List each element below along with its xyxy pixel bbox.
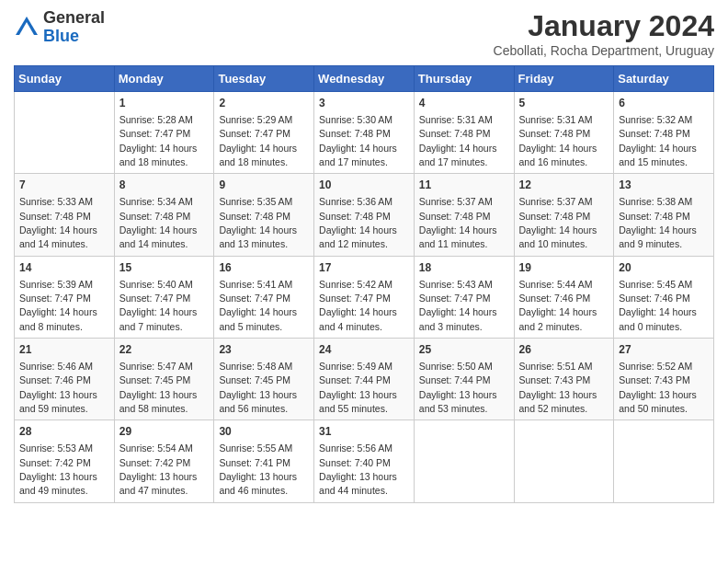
day-info: Sunrise: 5:29 AM Sunset: 7:47 PM Dayligh… [219, 114, 297, 167]
day-info: Sunrise: 5:37 AM Sunset: 7:48 PM Dayligh… [419, 196, 497, 249]
day-number: 16 [219, 260, 309, 276]
day-info: Sunrise: 5:33 AM Sunset: 7:48 PM Dayligh… [19, 196, 97, 249]
calendar-cell [15, 92, 115, 174]
day-number: 14 [19, 260, 109, 276]
calendar-cell: 25Sunrise: 5:50 AM Sunset: 7:44 PM Dayli… [414, 339, 514, 420]
calendar-table: SundayMondayTuesdayWednesdayThursdayFrid… [14, 65, 714, 503]
calendar-title: January 2024 [494, 9, 714, 43]
header: General Blue January 2024 Cebollati, Roc… [14, 9, 714, 58]
calendar-cell: 20Sunrise: 5:45 AM Sunset: 7:46 PM Dayli… [614, 256, 714, 338]
day-number: 24 [319, 342, 409, 358]
day-number: 18 [419, 260, 509, 276]
day-number: 28 [19, 424, 109, 440]
col-header-sunday: Sunday [15, 66, 115, 92]
col-header-friday: Friday [514, 66, 614, 92]
day-info: Sunrise: 5:38 AM Sunset: 7:48 PM Dayligh… [619, 196, 697, 249]
day-info: Sunrise: 5:35 AM Sunset: 7:48 PM Dayligh… [219, 196, 297, 249]
calendar-cell: 16Sunrise: 5:41 AM Sunset: 7:47 PM Dayli… [214, 256, 314, 338]
day-info: Sunrise: 5:41 AM Sunset: 7:47 PM Dayligh… [219, 279, 297, 332]
day-info: Sunrise: 5:44 AM Sunset: 7:46 PM Dayligh… [519, 279, 597, 332]
calendar-cell: 31Sunrise: 5:56 AM Sunset: 7:40 PM Dayli… [314, 420, 415, 502]
calendar-cell: 13Sunrise: 5:38 AM Sunset: 7:48 PM Dayli… [614, 174, 714, 256]
calendar-cell: 8Sunrise: 5:34 AM Sunset: 7:48 PM Daylig… [114, 174, 214, 256]
day-info: Sunrise: 5:53 AM Sunset: 7:42 PM Dayligh… [19, 442, 97, 496]
day-info: Sunrise: 5:51 AM Sunset: 7:43 PM Dayligh… [519, 361, 597, 414]
calendar-cell: 6Sunrise: 5:32 AM Sunset: 7:48 PM Daylig… [614, 92, 714, 174]
day-number: 30 [219, 424, 309, 440]
calendar-cell: 12Sunrise: 5:37 AM Sunset: 7:48 PM Dayli… [514, 174, 614, 256]
week-row-5: 28Sunrise: 5:53 AM Sunset: 7:42 PM Dayli… [15, 420, 714, 502]
day-info: Sunrise: 5:47 AM Sunset: 7:45 PM Dayligh… [119, 361, 198, 414]
logo-general: General [43, 8, 105, 27]
day-number: 9 [219, 178, 309, 193]
calendar-cell: 23Sunrise: 5:48 AM Sunset: 7:45 PM Dayli… [214, 339, 314, 420]
day-number: 11 [419, 178, 509, 193]
day-number: 21 [19, 342, 109, 358]
calendar-cell: 9Sunrise: 5:35 AM Sunset: 7:48 PM Daylig… [214, 174, 314, 256]
week-row-4: 21Sunrise: 5:46 AM Sunset: 7:46 PM Dayli… [15, 339, 714, 420]
calendar-cell: 27Sunrise: 5:52 AM Sunset: 7:43 PM Dayli… [614, 339, 714, 420]
logo-blue: Blue [43, 27, 79, 45]
day-number: 25 [419, 342, 509, 358]
day-number: 19 [519, 260, 609, 276]
calendar-cell: 5Sunrise: 5:31 AM Sunset: 7:48 PM Daylig… [514, 92, 614, 174]
day-number: 1 [119, 96, 210, 111]
calendar-cell: 2Sunrise: 5:29 AM Sunset: 7:47 PM Daylig… [214, 92, 314, 174]
title-area: January 2024 Cebollati, Rocha Department… [494, 9, 714, 58]
calendar-cell: 1Sunrise: 5:28 AM Sunset: 7:47 PM Daylig… [114, 92, 214, 174]
day-number: 15 [119, 260, 210, 276]
day-number: 8 [119, 178, 210, 193]
day-info: Sunrise: 5:55 AM Sunset: 7:41 PM Dayligh… [219, 442, 297, 496]
day-number: 31 [319, 424, 409, 440]
calendar-cell: 28Sunrise: 5:53 AM Sunset: 7:42 PM Dayli… [15, 420, 115, 502]
logo-icon [14, 15, 40, 40]
calendar-cell: 21Sunrise: 5:46 AM Sunset: 7:46 PM Dayli… [15, 339, 115, 420]
week-row-2: 7Sunrise: 5:33 AM Sunset: 7:48 PM Daylig… [15, 174, 714, 256]
day-info: Sunrise: 5:54 AM Sunset: 7:42 PM Dayligh… [119, 442, 198, 496]
col-header-saturday: Saturday [614, 66, 714, 92]
day-info: Sunrise: 5:28 AM Sunset: 7:47 PM Dayligh… [119, 114, 198, 167]
calendar-cell: 17Sunrise: 5:42 AM Sunset: 7:47 PM Dayli… [314, 256, 415, 338]
day-info: Sunrise: 5:45 AM Sunset: 7:46 PM Dayligh… [619, 279, 697, 332]
calendar-cell: 10Sunrise: 5:36 AM Sunset: 7:48 PM Dayli… [314, 174, 415, 256]
calendar-cell: 14Sunrise: 5:39 AM Sunset: 7:47 PM Dayli… [15, 256, 115, 338]
day-number: 6 [619, 96, 709, 111]
col-header-thursday: Thursday [414, 66, 514, 92]
col-header-wednesday: Wednesday [314, 66, 415, 92]
calendar-cell [414, 420, 514, 502]
day-info: Sunrise: 5:49 AM Sunset: 7:44 PM Dayligh… [319, 361, 397, 414]
day-info: Sunrise: 5:52 AM Sunset: 7:43 PM Dayligh… [619, 361, 697, 414]
calendar-cell: 7Sunrise: 5:33 AM Sunset: 7:48 PM Daylig… [15, 174, 115, 256]
day-info: Sunrise: 5:37 AM Sunset: 7:48 PM Dayligh… [519, 196, 597, 249]
day-info: Sunrise: 5:43 AM Sunset: 7:47 PM Dayligh… [419, 279, 497, 332]
day-info: Sunrise: 5:46 AM Sunset: 7:46 PM Dayligh… [19, 361, 97, 414]
calendar-cell: 24Sunrise: 5:49 AM Sunset: 7:44 PM Dayli… [314, 339, 415, 420]
day-number: 20 [619, 260, 709, 276]
calendar-cell: 19Sunrise: 5:44 AM Sunset: 7:46 PM Dayli… [514, 256, 614, 338]
calendar-cell: 22Sunrise: 5:47 AM Sunset: 7:45 PM Dayli… [114, 339, 214, 420]
days-header-row: SundayMondayTuesdayWednesdayThursdayFrid… [15, 66, 714, 92]
calendar-subtitle: Cebollati, Rocha Department, Uruguay [494, 43, 714, 58]
day-number: 22 [119, 342, 210, 358]
day-number: 4 [419, 96, 509, 111]
calendar-cell [514, 420, 614, 502]
day-number: 27 [619, 342, 709, 358]
day-number: 3 [319, 96, 409, 111]
col-header-tuesday: Tuesday [214, 66, 314, 92]
day-info: Sunrise: 5:40 AM Sunset: 7:47 PM Dayligh… [119, 279, 198, 332]
day-info: Sunrise: 5:48 AM Sunset: 7:45 PM Dayligh… [219, 361, 297, 414]
day-number: 2 [219, 96, 309, 111]
day-number: 23 [219, 342, 309, 358]
day-number: 12 [519, 178, 609, 193]
day-number: 17 [319, 260, 409, 276]
day-info: Sunrise: 5:34 AM Sunset: 7:48 PM Dayligh… [119, 196, 198, 249]
logo: General Blue [14, 9, 105, 46]
day-info: Sunrise: 5:31 AM Sunset: 7:48 PM Dayligh… [419, 114, 497, 167]
logo-text: General Blue [43, 9, 105, 46]
day-number: 7 [19, 178, 109, 193]
calendar-cell: 26Sunrise: 5:51 AM Sunset: 7:43 PM Dayli… [514, 339, 614, 420]
calendar-cell: 4Sunrise: 5:31 AM Sunset: 7:48 PM Daylig… [414, 92, 514, 174]
day-info: Sunrise: 5:50 AM Sunset: 7:44 PM Dayligh… [419, 361, 497, 414]
calendar-cell: 3Sunrise: 5:30 AM Sunset: 7:48 PM Daylig… [314, 92, 415, 174]
day-number: 13 [619, 178, 709, 193]
